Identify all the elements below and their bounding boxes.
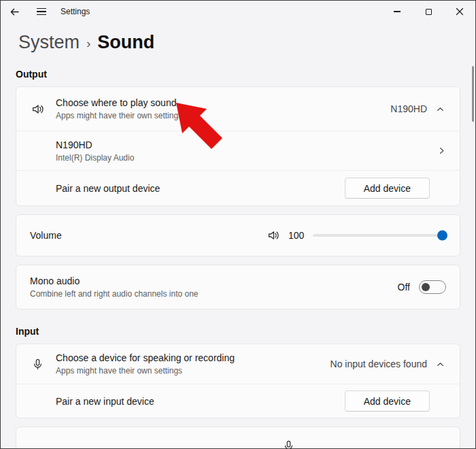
- input-device-card: Choose a device for speaking or recordin…: [16, 344, 460, 418]
- maximize-icon: [426, 9, 432, 15]
- settings-content: System › Sound Output Choose where to pl…: [1, 29, 475, 449]
- page-title: Sound: [97, 32, 154, 53]
- pair-output-label: Pair a new output device: [56, 182, 160, 195]
- volume-label: Volume: [30, 229, 62, 242]
- add-output-device-button[interactable]: Add device: [345, 178, 430, 199]
- window-title: Settings: [61, 7, 90, 16]
- choose-output-title: Choose where to play sound: [56, 97, 182, 109]
- output-device-card: Choose where to play sound Apps might ha…: [16, 86, 460, 206]
- mono-audio-toggle-knob: [422, 283, 430, 291]
- choose-output-row[interactable]: Choose where to play sound Apps might ha…: [16, 87, 460, 131]
- pair-output-row: Pair a new output device Add device: [16, 170, 460, 205]
- chevron-up-icon: [436, 105, 445, 114]
- mono-audio-row: Mono audio Combine left and right audio …: [16, 265, 460, 309]
- volume-slider-thumb[interactable]: [437, 231, 447, 241]
- minimize-icon: [394, 11, 401, 12]
- pair-input-row: Pair a new input device Add device: [16, 384, 460, 418]
- input-device-status: No input devices found: [330, 359, 427, 369]
- output-selected-device: N190HD: [390, 103, 427, 114]
- menu-button[interactable]: [28, 1, 55, 22]
- choose-output-subtitle: Apps might have their own settings: [56, 111, 182, 121]
- output-device-row[interactable]: N190HD Intel(R) Display Audio: [16, 131, 460, 170]
- volume-slider[interactable]: [313, 229, 446, 242]
- choose-input-subtitle: Apps might have their own settings: [56, 366, 235, 376]
- choose-input-row[interactable]: Choose a device for speaking or recordin…: [16, 344, 460, 384]
- output-device-description: Intel(R) Display Audio: [56, 153, 134, 163]
- output-device-texts: N190HD Intel(R) Display Audio: [56, 139, 134, 163]
- back-button[interactable]: [1, 1, 28, 22]
- choose-input-title: Choose a device for speaking or recordin…: [56, 352, 235, 364]
- add-input-device-button[interactable]: Add device: [345, 390, 430, 412]
- microphone-icon: [282, 439, 295, 449]
- mono-audio-state: Off: [398, 282, 410, 293]
- settings-window: Settings System › Sound Output: [0, 0, 476, 449]
- maximize-button[interactable]: [413, 1, 444, 22]
- volume-row: Volume 100: [16, 215, 460, 256]
- choose-input-texts: Choose a device for speaking or recordin…: [56, 352, 235, 376]
- mono-audio-card: Mono audio Combine left and right audio …: [16, 265, 460, 310]
- pair-input-label: Pair a new input device: [56, 395, 154, 408]
- output-device-name: N190HD: [56, 139, 134, 151]
- input-section-header: Input: [16, 326, 460, 339]
- choose-output-texts: Choose where to play sound Apps might ha…: [56, 97, 182, 121]
- mono-audio-title: Mono audio: [30, 275, 199, 287]
- volume-slider-track: [313, 234, 446, 237]
- close-button[interactable]: [444, 1, 475, 22]
- mono-audio-texts: Mono audio Combine left and right audio …: [30, 275, 199, 299]
- mono-audio-subtitle: Combine left and right audio channels in…: [30, 289, 199, 299]
- output-section-header: Output: [16, 69, 460, 82]
- back-icon: [10, 7, 20, 17]
- chevron-up-icon: [436, 360, 445, 369]
- mono-audio-toggle[interactable]: [419, 280, 446, 294]
- breadcrumb-separator-icon: ›: [86, 34, 90, 51]
- window-controls: [381, 1, 475, 22]
- scrollbar[interactable]: [472, 66, 474, 122]
- microphone-icon: [30, 358, 45, 371]
- volume-value: 100: [288, 230, 307, 241]
- close-icon: [456, 7, 464, 16]
- speaker-icon[interactable]: [267, 229, 280, 242]
- input-volume-card-partial: [16, 427, 460, 449]
- titlebar: Settings: [1, 1, 475, 22]
- minimize-button[interactable]: [381, 1, 413, 22]
- menu-icon: [37, 8, 46, 16]
- breadcrumb-system[interactable]: System: [18, 32, 80, 53]
- speaker-icon: [30, 102, 45, 116]
- breadcrumb: System › Sound: [18, 29, 460, 55]
- chevron-right-icon: [437, 146, 446, 155]
- volume-card: Volume 100: [16, 214, 460, 256]
